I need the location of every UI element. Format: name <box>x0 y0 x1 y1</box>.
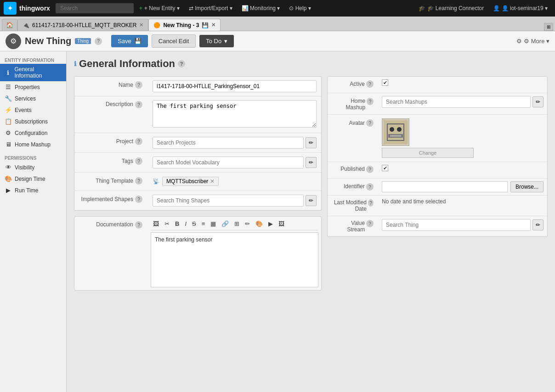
import-export-button[interactable]: ⇄ Import/Export ▾ <box>185 3 236 13</box>
doc-tool-strikethrough[interactable]: S <box>190 219 198 228</box>
avatar-help-icon[interactable]: ? <box>366 119 374 127</box>
doc-tool-table[interactable]: ▦ <box>208 219 218 228</box>
todo-button[interactable]: To Do ▾ <box>199 35 234 47</box>
description-help-icon[interactable]: ? <box>135 101 142 108</box>
entity-info-section-label: ENTITY INFORMATION <box>0 56 66 64</box>
tab-label-new-thing: New Thing - 3 <box>163 22 199 28</box>
tab-close-mqtt[interactable]: ✕ <box>139 22 143 28</box>
sidebar-item-services[interactable]: 🔧 Services <box>0 93 66 104</box>
learning-connector-button[interactable]: 🎓 🎓 Learning Connector <box>415 3 487 13</box>
identifier-help-icon[interactable]: ? <box>366 183 374 190</box>
home-tab[interactable]: 🏠 <box>2 19 17 31</box>
project-edit-button[interactable]: ✏ <box>306 137 317 148</box>
page-title-help-icon[interactable]: ? <box>178 60 185 67</box>
sidebar-item-label: Visibility <box>15 164 34 171</box>
name-input[interactable] <box>153 80 317 92</box>
left-form-column: Name ? Description ? <box>74 76 322 291</box>
implemented-shapes-edit-button[interactable]: ✏ <box>306 195 317 206</box>
active-help-icon[interactable]: ? <box>366 80 374 88</box>
tab-icon-mqtt: 🔌 <box>23 22 29 28</box>
logo-area: ✦ thingworx <box>4 2 50 15</box>
svg-rect-5 <box>390 135 401 137</box>
identifier-browse-button[interactable]: Browse... <box>510 181 544 192</box>
general-info-form: Name ? Description ? <box>74 76 322 211</box>
implemented-shapes-help-icon[interactable]: ? <box>135 196 142 203</box>
sidebar-item-label: Design Time <box>15 176 45 182</box>
sidebar-item-visibility[interactable]: 👁 Visibility <box>0 162 66 173</box>
new-entity-button[interactable]: + + New Entity ▾ <box>136 3 183 13</box>
thing-template-help-icon[interactable]: ? <box>135 177 142 185</box>
sidebar-item-events[interactable]: ⚡ Events <box>0 104 66 116</box>
implemented-shapes-input[interactable] <box>153 195 304 207</box>
toolbar-help-icon[interactable]: ? <box>95 38 102 45</box>
last-modified-row: Last Modified Date ? No date and time se… <box>328 196 547 216</box>
tab-new-thing[interactable]: 🟠 New Thing - 3 💾 ✕ <box>148 19 221 31</box>
documentation-content-area[interactable]: The first parking sensor <box>151 232 318 287</box>
value-stream-row: Value Stream ? ✏ <box>328 216 547 236</box>
doc-tool-bold[interactable]: B <box>173 219 181 228</box>
sidebar-item-design-time[interactable]: 🎨 Design Time <box>0 173 66 185</box>
save-button[interactable]: Save 💾 <box>111 35 148 47</box>
tags-search-input[interactable] <box>153 157 304 168</box>
sidebar-item-home-mashup[interactable]: 🖥 Home Mashup <box>0 139 66 150</box>
sidebar-item-run-time[interactable]: ▶ Run Time <box>0 185 66 196</box>
tab-mqtt-broker[interactable]: 🔌 611417-1718-00-HTLLE_MQTT_BROKER ✕ <box>17 19 148 31</box>
doc-tool-italic[interactable]: I <box>182 219 189 228</box>
doc-tool-link[interactable]: ✂ <box>162 219 172 228</box>
home-mashup-edit-button[interactable]: ✏ <box>532 96 544 107</box>
sidebar-item-subscriptions[interactable]: 📋 Subscriptions <box>0 116 66 127</box>
doc-tool-image[interactable]: 🖼 <box>151 219 161 228</box>
user-menu-button[interactable]: 👤 👤 iot-seminar19 ▾ <box>489 3 551 13</box>
sidebar-item-general-information[interactable]: ℹ General Information <box>0 64 66 81</box>
sidebar-item-label: Subscriptions <box>15 118 48 125</box>
active-checkbox[interactable]: ✔ <box>382 79 388 86</box>
sidebar-item-configuration[interactable]: ⚙ Configuration <box>0 127 66 139</box>
screen-toggle-button[interactable]: ⊞ <box>544 23 553 31</box>
tab-close-new-thing[interactable]: ✕ <box>211 22 215 28</box>
avatar-control: Change <box>378 115 547 162</box>
cancel-edit-button[interactable]: Cancel Edit <box>152 34 196 48</box>
thing-template-tag: MQTTSubscriber ✕ <box>162 177 219 186</box>
avatar-row: Avatar ? <box>328 115 547 162</box>
more-button[interactable]: ⚙ ⚙ More ▾ <box>516 38 549 45</box>
tags-help-icon[interactable]: ? <box>135 157 142 165</box>
name-help-icon[interactable]: ? <box>135 81 142 89</box>
last-modified-help-icon[interactable]: ? <box>368 199 374 207</box>
published-row: Published ? ✔ <box>328 162 547 179</box>
doc-tool-photo[interactable]: 🖼 <box>276 219 287 228</box>
project-search-input[interactable] <box>153 137 304 149</box>
thing-template-control: 📡 MQTTSubscriber ✕ <box>148 173 321 190</box>
thing-template-remove-button[interactable]: ✕ <box>210 178 215 185</box>
sidebar-item-label: Configuration <box>15 130 47 136</box>
svg-point-3 <box>397 127 402 132</box>
avatar-change-button[interactable]: Change <box>382 148 474 158</box>
value-stream-help-icon[interactable]: ? <box>366 220 374 227</box>
help-button[interactable]: ⊙ Help ▾ <box>285 3 314 13</box>
value-stream-edit-button[interactable]: ✏ <box>532 219 544 230</box>
value-stream-input[interactable] <box>382 219 531 231</box>
sidebar-item-properties[interactable]: ☰ Properties <box>0 81 66 93</box>
doc-tool-list[interactable]: ≡ <box>199 219 208 228</box>
identifier-input[interactable] <box>382 181 508 192</box>
documentation-help-icon[interactable]: ? <box>135 221 142 229</box>
description-textarea[interactable]: The first parking sensor <box>153 100 317 128</box>
published-checkbox[interactable]: ✔ <box>382 165 388 171</box>
monitoring-button[interactable]: 📊 Monitoring ▾ <box>238 3 284 13</box>
project-help-icon[interactable]: ? <box>135 138 142 145</box>
doc-tool-hyperlink[interactable]: 🔗 <box>219 219 231 228</box>
doc-tool-paint[interactable]: 🎨 <box>253 219 265 228</box>
home-mashup-help-icon[interactable]: ? <box>367 98 374 105</box>
sidebar-item-label: Services <box>15 95 36 102</box>
active-control: ✔ <box>378 77 547 89</box>
doc-tool-pen[interactable]: ✏ <box>243 219 252 228</box>
doc-tool-embed[interactable]: ⊞ <box>232 219 242 228</box>
doc-tool-play[interactable]: ▶ <box>266 219 275 228</box>
tags-edit-button[interactable]: ✏ <box>306 157 317 168</box>
home-mashup-input[interactable] <box>382 96 531 108</box>
published-help-icon[interactable]: ? <box>366 166 374 173</box>
project-label: Project ? <box>74 133 148 150</box>
eye-icon: 👁 <box>5 164 12 171</box>
description-row: Description ? The first parking sensor <box>74 96 321 133</box>
search-input[interactable] <box>56 3 134 13</box>
tags-label: Tags ? <box>74 153 148 169</box>
